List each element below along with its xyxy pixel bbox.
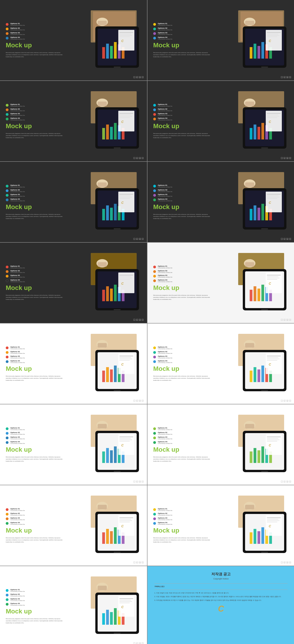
svg-rect-234 — [120, 522, 130, 522]
svg-rect-22 — [245, 21, 254, 25]
svg-rect-76 — [98, 182, 107, 187]
svg-rect-182 — [261, 390, 268, 391]
svg-rect-61 — [250, 128, 252, 140]
svg-rect-185 — [98, 424, 107, 428]
svg-rect-158 — [118, 353, 134, 374]
option-dot-1-2 — [6, 28, 8, 30]
svg-text:C: C — [269, 39, 271, 43]
slide-12: Options 01 Conveniently architect the Op… — [148, 404, 294, 485]
svg-rect-209 — [262, 446, 264, 463]
svg-rect-267 — [120, 598, 133, 599]
svg-rect-63 — [258, 127, 260, 140]
svg-rect-45 — [110, 127, 113, 140]
slide-5: Options 01 Conveniently architect the Op… — [0, 162, 147, 242]
slide-8: Options 01 Conveniently architect the Op… — [148, 242, 294, 323]
svg-rect-136 — [258, 288, 260, 301]
slide-right-1: C — [67, 4, 142, 76]
svg-rect-87 — [120, 196, 131, 196]
option-dot-1-1 — [6, 23, 8, 26]
svg-rect-161 — [120, 359, 132, 359]
svg-text:C: C — [269, 524, 271, 528]
svg-rect-91 — [114, 228, 120, 229]
svg-rect-144 — [267, 279, 277, 280]
svg-rect-233 — [120, 520, 132, 521]
svg-rect-106 — [267, 197, 280, 197]
svg-rect-116 — [102, 290, 105, 301]
svg-rect-191 — [114, 446, 117, 463]
svg-rect-35 — [267, 36, 277, 37]
svg-rect-26 — [254, 44, 256, 58]
slide-14: Options 01 Conveniently architect the Op… — [148, 485, 294, 566]
nav-dots-1[interactable]: ◁ ▶ ▣ ⊞ — [134, 76, 144, 78]
svg-rect-55 — [114, 148, 120, 148]
svg-rect-9 — [114, 42, 117, 58]
svg-rect-27 — [258, 46, 260, 58]
nav-dot-full[interactable]: ⊞ — [142, 76, 144, 78]
svg-rect-143 — [267, 278, 280, 278]
slide-2: Options 01 Conveniently architect the Op… — [148, 0, 294, 80]
svg-rect-162 — [120, 360, 130, 360]
svg-rect-170 — [250, 370, 252, 382]
svg-rect-52 — [120, 116, 132, 116]
svg-rect-68 — [267, 113, 281, 114]
svg-rect-243 — [254, 529, 256, 544]
svg-rect-13 — [120, 32, 133, 33]
svg-rect-46 — [114, 123, 117, 140]
slide-1: Options 01 Conveniently architect the Op… — [0, 0, 147, 80]
copyright-body: 1. 이번 파일의 모든 자료 라이선스의 규정 디자인에 따라 구매 후 1인… — [154, 592, 288, 602]
svg-text:C: C — [121, 605, 124, 609]
svg-rect-128 — [114, 309, 120, 310]
nav-dot-prev[interactable]: ◁ — [134, 76, 135, 78]
svg-rect-230 — [118, 515, 134, 536]
slide-15: Options 01 Conveniently architect the Op… — [0, 566, 147, 644]
tablet-mockup-1: C — [84, 8, 141, 72]
svg-rect-119 — [114, 285, 117, 301]
svg-rect-225 — [106, 529, 109, 544]
svg-rect-134 — [250, 290, 252, 301]
nav-dot-grid[interactable]: ▣ — [139, 76, 141, 78]
svg-rect-44 — [106, 124, 109, 140]
svg-rect-263 — [114, 608, 117, 625]
svg-rect-270 — [120, 603, 130, 603]
svg-rect-104 — [267, 194, 281, 194]
options-list-1: Options 01 Conveniently architect the Op… — [6, 22, 64, 40]
svg-rect-50 — [120, 113, 133, 114]
svg-rect-200 — [114, 471, 120, 472]
svg-rect-107 — [267, 198, 277, 199]
svg-rect-3 — [98, 21, 107, 25]
svg-rect-232 — [120, 519, 131, 520]
svg-rect-40 — [98, 102, 107, 106]
svg-rect-62 — [254, 124, 256, 140]
svg-text:C: C — [121, 524, 124, 528]
svg-rect-252 — [267, 522, 277, 522]
svg-rect-73 — [261, 148, 268, 148]
svg-rect-239 — [245, 505, 254, 509]
svg-rect-269 — [120, 601, 132, 602]
svg-rect-268 — [120, 600, 131, 600]
svg-rect-221 — [98, 505, 107, 509]
slides-grid: Options 01 Conveniently architect the Op… — [0, 0, 294, 644]
svg-text:C: C — [121, 282, 124, 285]
nav-dot-next[interactable]: ▶ — [136, 76, 138, 78]
svg-text:C: C — [121, 201, 124, 204]
svg-rect-97 — [250, 209, 252, 220]
copyright-divider-2 — [154, 590, 288, 590]
option-item-1-4: Options 04 Conveniently architect the — [6, 36, 64, 40]
svg-rect-266 — [118, 596, 134, 617]
svg-rect-141 — [267, 275, 281, 276]
svg-rect-12 — [118, 30, 134, 50]
copyright-purchase-header: 구매하신 공고 — [154, 586, 288, 588]
slide-4: Options 01 Conveniently architect the Op… — [148, 81, 294, 161]
svg-rect-190 — [110, 450, 113, 463]
slide-left-1: Options 01 Conveniently architect the Op… — [6, 22, 67, 58]
svg-rect-262 — [110, 612, 113, 625]
slide-11: Options 01 Conveniently architect the Op… — [0, 404, 147, 485]
svg-rect-34 — [267, 35, 280, 36]
svg-rect-153 — [106, 367, 109, 382]
svg-rect-124 — [120, 276, 131, 277]
svg-rect-6 — [102, 47, 105, 58]
svg-rect-43 — [102, 128, 105, 140]
svg-rect-32 — [267, 32, 281, 33]
svg-rect-214 — [267, 438, 278, 438]
copyright-logo: C — [154, 604, 288, 614]
